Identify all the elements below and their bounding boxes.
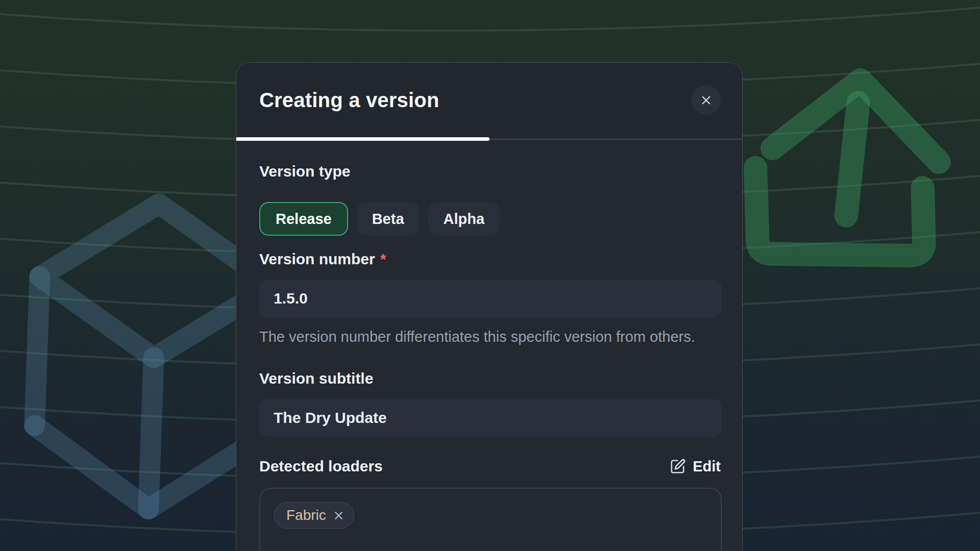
modal-header: Creating a version <box>236 63 742 137</box>
close-icon <box>699 93 713 107</box>
modal-title: Creating a version <box>259 89 439 112</box>
detected-loaders-box: Fabric <box>259 488 722 551</box>
remove-x-icon <box>333 510 345 521</box>
upload-arrow-icon <box>726 37 980 300</box>
version-number-label: Version number * <box>259 250 721 268</box>
required-asterisk: * <box>380 251 386 268</box>
remove-loader-button[interactable] <box>333 510 345 521</box>
version-type-label: Version type <box>259 162 721 181</box>
version-subtitle-label: Version subtitle <box>259 369 721 388</box>
version-type-beta-button[interactable]: Beta <box>357 202 420 236</box>
page-background: Creating a version Version type Release … <box>0 0 980 551</box>
edit-pen-icon <box>669 458 686 475</box>
edit-loaders-button[interactable]: Edit <box>669 458 721 475</box>
version-number-helper-text: The version number differentiates this s… <box>259 325 729 348</box>
loader-chip-label: Fabric <box>286 507 326 523</box>
detected-loaders-row: Detected loaders Edit <box>259 456 721 477</box>
close-button[interactable] <box>691 85 721 115</box>
version-type-options: Release Beta Alpha <box>259 202 721 236</box>
creating-version-modal: Creating a version Version type Release … <box>236 62 743 551</box>
edit-button-label: Edit <box>693 458 721 475</box>
modal-body: Version type Release Beta Alpha Version … <box>236 141 742 551</box>
version-type-alpha-button[interactable]: Alpha <box>428 202 500 236</box>
version-number-input[interactable] <box>259 280 722 317</box>
version-type-release-button[interactable]: Release <box>259 202 348 236</box>
version-subtitle-input[interactable] <box>259 399 722 437</box>
progress-fill <box>236 137 489 141</box>
detected-loaders-label: Detected loaders <box>259 457 383 475</box>
loader-chip-fabric[interactable]: Fabric <box>274 502 354 529</box>
